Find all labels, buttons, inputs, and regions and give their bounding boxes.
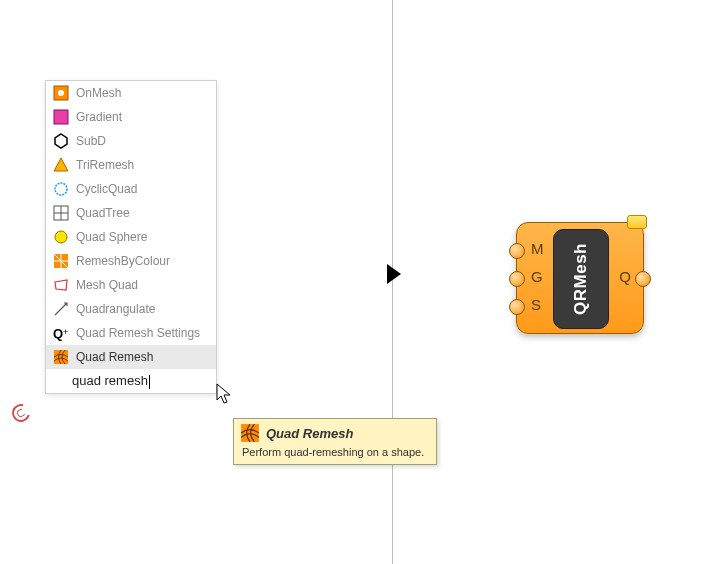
menu-item-label: Quad Remesh xyxy=(76,351,153,363)
menu-item-label: OnMesh xyxy=(76,87,121,99)
input-port-m[interactable] xyxy=(509,243,525,259)
triremesh-icon xyxy=(52,156,70,174)
input-port-g[interactable] xyxy=(509,271,525,287)
menu-item-label: Quadrangulate xyxy=(76,303,155,315)
svg-point-9 xyxy=(55,231,67,243)
subd-icon xyxy=(52,132,70,150)
svg-marker-3 xyxy=(55,134,67,148)
cyclicquad-icon xyxy=(52,180,70,198)
node-center-label: QRMesh xyxy=(571,243,591,315)
menu-item-label: CyclicQuad xyxy=(76,183,137,195)
menu-item-label: Quad Remesh Settings xyxy=(76,327,200,339)
tooltip: Quad Remesh Perform quad-remeshing on a … xyxy=(233,418,437,465)
menu-item-subd[interactable]: SubD xyxy=(46,129,216,153)
menu-item-label: Gradient xyxy=(76,111,122,123)
quadremesh-icon xyxy=(52,348,70,366)
menu-item-onmesh[interactable]: OnMesh xyxy=(46,81,216,105)
text-caret xyxy=(149,375,150,389)
svg-rect-17 xyxy=(54,350,68,364)
tooltip-body: Perform quad-remeshing on a shape. xyxy=(240,446,430,458)
search-value: quad remesh xyxy=(72,373,148,388)
divider-arrow-icon xyxy=(387,264,401,284)
menu-item-meshquad[interactable]: Mesh Quad xyxy=(46,273,216,297)
menu-item-cyclicquad[interactable]: CyclicQuad xyxy=(46,177,216,201)
port-label-s: S xyxy=(531,296,541,313)
menu-item-quadtree[interactable]: QuadTree xyxy=(46,201,216,225)
onmesh-icon xyxy=(52,84,70,102)
menu-item-label: RemeshByColour xyxy=(76,255,170,267)
menu-item-quadremesh[interactable]: Quad Remesh xyxy=(46,345,216,369)
svg-marker-14 xyxy=(55,280,67,290)
svg-marker-4 xyxy=(54,158,68,171)
menu-item-gradient[interactable]: Gradient xyxy=(46,105,216,129)
node-grip-icon[interactable] xyxy=(627,215,647,229)
gradient-icon xyxy=(52,108,70,126)
quadrangulate-icon xyxy=(52,300,70,318)
port-label-g: G xyxy=(531,268,543,285)
input-port-s[interactable] xyxy=(509,299,525,315)
menu-item-remeshbycolour[interactable]: RemeshByColour xyxy=(46,249,216,273)
search-input[interactable]: quad remesh xyxy=(52,373,150,389)
menu-item-label: TriRemesh xyxy=(76,159,134,171)
quadremesh-icon xyxy=(240,423,260,443)
menu-item-quadremesh-settings[interactable]: Q+ Quad Remesh Settings xyxy=(46,321,216,345)
cursor-icon xyxy=(216,383,234,408)
output-port-q[interactable] xyxy=(635,271,651,287)
tooltip-header: Quad Remesh xyxy=(240,423,430,443)
menu-item-label: Mesh Quad xyxy=(76,279,138,291)
search-box[interactable]: quad remesh xyxy=(46,369,216,393)
quadsphere-icon xyxy=(52,228,70,246)
search-menu: OnMesh Gradient SubD TriRemesh CyclicQua… xyxy=(45,80,217,394)
qrmesh-node[interactable]: M G S Q QRMesh xyxy=(516,222,644,334)
meshquad-icon xyxy=(52,276,70,294)
svg-point-5 xyxy=(55,183,67,195)
svg-text:Q: Q xyxy=(53,326,63,341)
menu-item-label: QuadTree xyxy=(76,207,130,219)
menu-item-quadsphere[interactable]: Quad Sphere xyxy=(46,225,216,249)
port-label-q: Q xyxy=(619,268,631,285)
menu-item-quadrangulate[interactable]: Quadrangulate xyxy=(46,297,216,321)
port-label-m: M xyxy=(531,240,544,257)
remeshbycolour-icon xyxy=(52,252,70,270)
svg-rect-2 xyxy=(54,110,68,124)
menu-item-label: Quad Sphere xyxy=(76,231,147,243)
target-icon xyxy=(9,401,34,426)
node-center: QRMesh xyxy=(553,229,609,329)
quadremesh-settings-icon: Q+ xyxy=(52,324,70,342)
svg-point-1 xyxy=(58,90,64,96)
menu-item-triremesh[interactable]: TriRemesh xyxy=(46,153,216,177)
quadtree-icon xyxy=(52,204,70,222)
tooltip-title: Quad Remesh xyxy=(266,426,353,441)
svg-text:+: + xyxy=(63,327,68,337)
menu-item-label: SubD xyxy=(76,135,106,147)
